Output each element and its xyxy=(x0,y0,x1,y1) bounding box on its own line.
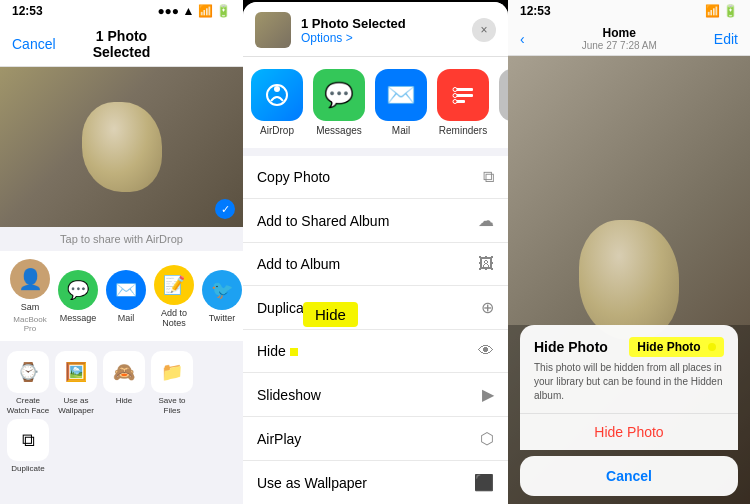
add-shared-album-action[interactable]: Add to Shared Album ☁ xyxy=(243,199,508,243)
left-status-icons: ●●● ▲ 📶 🔋 xyxy=(157,4,231,18)
right-time: 12:53 xyxy=(520,4,551,18)
mail-share[interactable]: ✉️ Mail xyxy=(106,270,146,323)
alert-bottom-pad xyxy=(508,496,750,504)
svg-point-5 xyxy=(453,88,457,92)
wallpaper-action-row[interactable]: Use as Wallpaper ⬛ xyxy=(243,461,508,504)
share-title: 1 Photo Selected xyxy=(301,16,462,31)
mail-app[interactable]: ✉️ Mail xyxy=(375,69,427,136)
alert-body: This photo will be hidden from all place… xyxy=(520,361,738,413)
right-status-bar: 12:53 📶 🔋 xyxy=(508,0,750,22)
duplicate-action-row[interactable]: Duplicate ⊕ xyxy=(243,286,508,330)
right-status-icons: 📶 🔋 xyxy=(705,4,738,18)
duplicate-action[interactable]: ⧉ Duplicate xyxy=(6,419,50,474)
save-files-icon: 📁 xyxy=(151,351,193,393)
hide-photo-alert: Hide Photo Hide Photo This photo will be… xyxy=(520,325,738,450)
person-device: MacBook Pro xyxy=(10,315,50,333)
wallpaper-action-icon: ⬛ xyxy=(474,473,494,492)
back-button[interactable]: ‹ xyxy=(520,31,525,47)
more-app-icon: K xyxy=(499,69,508,121)
slideshow-label: Slideshow xyxy=(257,387,482,403)
hide-action[interactable]: 🙈 Hide xyxy=(102,351,146,415)
airplay-action[interactable]: AirPlay ⬡ xyxy=(243,417,508,461)
duplicate-icon: ⊕ xyxy=(481,298,494,317)
message-icon: 💬 xyxy=(58,270,98,310)
twitter-share[interactable]: 🐦 Twitter xyxy=(202,270,242,323)
create-watch-face-action[interactable]: ⌚ Create Watch Face xyxy=(6,351,50,415)
share-title-col: 1 Photo Selected Options > xyxy=(301,16,462,45)
airdrop-hint: Tap to share with AirDrop xyxy=(0,227,243,251)
add-album-label: Add to Album xyxy=(257,256,478,272)
middle-panel: 1 Photo Selected Options > × AirDrop 💬 M… xyxy=(243,0,508,504)
messages-app[interactable]: 💬 Messages xyxy=(313,69,365,136)
person-name: Sam xyxy=(21,302,40,312)
wallpaper-action-label: Use as Wallpaper xyxy=(257,475,474,491)
watch-label: Create Watch Face xyxy=(6,396,50,415)
action-icons-row: ⌚ Create Watch Face 🖼️ Use as Wallpaper … xyxy=(0,341,243,484)
hide-dot xyxy=(708,343,716,351)
svg-point-7 xyxy=(453,100,457,104)
alert-title: Hide Photo xyxy=(534,339,608,355)
save-files-action[interactable]: 📁 Save to Files xyxy=(150,351,194,415)
cancel-alert-row: Cancel xyxy=(520,456,738,496)
airplay-icon: ⬡ xyxy=(480,429,494,448)
watch-icon: ⌚ xyxy=(7,351,49,393)
person-share-item[interactable]: 👤 Sam MacBook Pro xyxy=(10,259,50,333)
copy-photo-icon: ⧉ xyxy=(483,168,494,186)
hide-action-row[interactable]: Hide 👁 Hide xyxy=(243,330,508,373)
airdrop-app[interactable]: AirDrop xyxy=(251,69,303,136)
edit-button[interactable]: Edit xyxy=(714,31,738,47)
shell-object xyxy=(82,102,162,192)
wallpaper-icon: 🖼️ xyxy=(55,351,97,393)
mail-label: Mail xyxy=(392,125,410,136)
message-share[interactable]: 💬 Message xyxy=(58,270,98,323)
notes-icon: 📝 xyxy=(154,265,194,305)
share-sheet: 1 Photo Selected Options > × AirDrop 💬 M… xyxy=(243,2,508,504)
left-time: 12:53 xyxy=(12,4,43,18)
selected-badge: ✓ xyxy=(215,199,235,219)
left-panel: 12:53 ●●● ▲ 📶 🔋 Cancel 1 Photo Selected … xyxy=(0,0,243,504)
copy-photo-action[interactable]: Copy Photo ⧉ xyxy=(243,156,508,199)
hide-photo-tooltip-text: Hide Photo xyxy=(637,340,700,354)
save-files-label: Save to Files xyxy=(150,396,194,415)
wallpaper-label: Use as Wallpaper xyxy=(54,396,98,415)
copy-photo-label: Copy Photo xyxy=(257,169,483,185)
slideshow-action[interactable]: Slideshow ▶ xyxy=(243,373,508,417)
alert-title-row: Hide Photo Hide Photo xyxy=(520,325,738,361)
slideshow-icon: ▶ xyxy=(482,385,494,404)
share-sheet-header: 1 Photo Selected Options > × xyxy=(243,2,508,57)
twitter-label: Twitter xyxy=(209,313,236,323)
message-label: Message xyxy=(60,313,97,323)
duplicate-label: Duplicate xyxy=(11,464,44,474)
mail-icon: ✉️ xyxy=(106,270,146,310)
hide-icon: 🙈 xyxy=(103,351,145,393)
mail-label: Mail xyxy=(118,313,135,323)
left-nav-bar: Cancel 1 Photo Selected xyxy=(0,22,243,67)
wallpaper-action[interactable]: 🖼️ Use as Wallpaper xyxy=(54,351,98,415)
more-app[interactable]: K K xyxy=(499,69,508,136)
cancel-alert-button[interactable]: Cancel xyxy=(520,456,738,496)
reminders-app[interactable]: Reminders xyxy=(437,69,489,136)
hide-action-icon: 👁 xyxy=(478,342,494,360)
add-album-action[interactable]: Add to Album 🖼 xyxy=(243,243,508,286)
hide-label: Hide xyxy=(116,396,132,406)
close-button[interactable]: × xyxy=(472,18,496,42)
cancel-button[interactable]: Cancel xyxy=(12,36,67,52)
cancel-alert-label: Cancel xyxy=(606,468,652,484)
reminders-app-icon xyxy=(437,69,489,121)
duplicate-label: Duplicate xyxy=(257,300,481,316)
add-shared-album-label: Add to Shared Album xyxy=(257,213,478,229)
notes-share[interactable]: 📝 Add to Notes xyxy=(154,265,194,328)
hide-photo-button[interactable]: Hide Photo xyxy=(520,413,738,450)
left-status-bar: 12:53 ●●● ▲ 📶 🔋 xyxy=(0,0,243,22)
person-avatar: 👤 xyxy=(10,259,50,299)
airdrop-app-icon xyxy=(251,69,303,121)
duplicate-icon: ⧉ xyxy=(7,419,49,461)
notes-label: Add to Notes xyxy=(154,308,194,328)
nav-location: Home xyxy=(582,26,657,40)
nav-title: 1 Photo Selected xyxy=(67,28,177,60)
svg-point-6 xyxy=(453,94,457,98)
share-apps-row: AirDrop 💬 Messages ✉️ Mail Reminders K K xyxy=(243,57,508,148)
airplay-label: AirPlay xyxy=(257,431,480,447)
left-photo xyxy=(0,67,243,227)
share-options[interactable]: Options > xyxy=(301,31,462,45)
